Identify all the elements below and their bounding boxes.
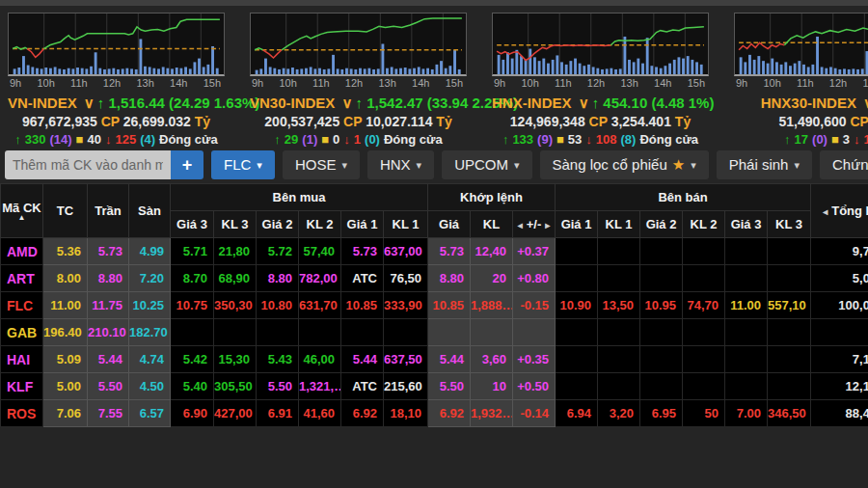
buy-kl2-cell[interactable]: 46,00 xyxy=(299,346,341,373)
buy-gia2-cell[interactable]: 6.91 xyxy=(257,400,299,427)
sort-asc-icon[interactable]: ▲ xyxy=(1,215,42,221)
buy-kl2-cell[interactable]: 57,40 xyxy=(299,238,341,265)
tab-upcom[interactable]: UPCOM▾ xyxy=(442,150,531,179)
buy-gia3-cell[interactable]: 10.75 xyxy=(171,292,214,319)
buy-kl1-cell[interactable]: 333,90 xyxy=(384,292,428,319)
match-change-cell[interactable] xyxy=(513,319,556,346)
ceiling-price-cell[interactable]: 8.80 xyxy=(88,265,129,292)
sell-gia1-cell[interactable] xyxy=(556,238,598,265)
buy-gia2-cell[interactable] xyxy=(257,319,299,346)
buy-kl2-cell[interactable] xyxy=(299,319,341,346)
add-ticker-button[interactable]: + xyxy=(171,150,203,179)
buy-kl3-cell[interactable]: 305,50 xyxy=(214,373,257,400)
ref-price-cell[interactable]: 5.09 xyxy=(43,346,88,373)
sell-kl2-cell[interactable]: 50 xyxy=(683,400,725,427)
total-kl-cell[interactable]: 100,08 xyxy=(811,292,868,319)
index-name[interactable]: HNX30-INDEX xyxy=(761,95,856,111)
ref-price-cell[interactable]: 5.00 xyxy=(43,373,88,400)
sell-gia2-cell[interactable] xyxy=(640,265,683,292)
index-name[interactable]: HNX-INDEX xyxy=(492,95,572,111)
floor-price-cell[interactable]: 10.25 xyxy=(129,292,171,319)
scroll-left-icon[interactable]: ◂ xyxy=(518,220,523,230)
match-kl-cell[interactable] xyxy=(471,319,513,346)
sell-kl1-cell[interactable] xyxy=(598,346,640,373)
buy-gia1-cell[interactable] xyxy=(341,319,384,346)
sell-gia3-cell[interactable]: 11.00 xyxy=(725,292,768,319)
buy-kl1-cell[interactable]: 76,50 xyxy=(384,265,428,292)
buy-gia1-cell[interactable]: ATC xyxy=(341,265,384,292)
scroll-left-icon[interactable]: ◂ xyxy=(823,206,827,217)
sell-gia2-cell[interactable]: 10.95 xyxy=(640,292,683,319)
match-change-cell[interactable]: +0.35 xyxy=(513,346,556,373)
sell-kl3-cell[interactable]: 557,10 xyxy=(768,292,811,319)
sell-kl2-cell[interactable] xyxy=(683,319,725,346)
col-header-change[interactable]: ◂+/-▸ xyxy=(513,211,556,238)
floor-price-cell[interactable]: 4.74 xyxy=(129,346,171,373)
ticker-cell[interactable]: GAB xyxy=(1,319,43,346)
buy-gia1-cell[interactable]: 5.44 xyxy=(341,346,384,373)
tab-hnx[interactable]: HNX▾ xyxy=(367,150,434,179)
buy-gia1-cell[interactable]: 10.85 xyxy=(341,292,384,319)
buy-kl3-cell[interactable]: 68,90 xyxy=(214,265,257,292)
sell-gia1-cell[interactable] xyxy=(556,265,598,292)
match-gia-cell[interactable]: 5.44 xyxy=(428,346,471,373)
buy-gia3-cell[interactable]: 5.40 xyxy=(171,373,214,400)
buy-kl2-cell[interactable]: 41,60 xyxy=(299,400,341,427)
ref-price-cell[interactable]: 11.00 xyxy=(43,292,88,319)
floor-price-cell[interactable]: 182.70 xyxy=(129,319,171,346)
sell-kl3-cell[interactable]: 346,50 xyxy=(768,400,811,427)
ceiling-price-cell[interactable]: 210.10 xyxy=(88,319,129,346)
buy-gia3-cell[interactable]: 6.90 xyxy=(171,400,214,427)
sell-gia3-cell[interactable] xyxy=(725,373,768,400)
chevron-down-icon[interactable]: ∨ xyxy=(80,95,95,111)
total-kl-cell[interactable]: 88,47 xyxy=(811,400,868,427)
tab-chứng-quyền[interactable]: Chứng quyền xyxy=(820,150,868,179)
floor-price-cell[interactable]: 4.50 xyxy=(129,373,171,400)
sell-kl1-cell[interactable]: 3,20 xyxy=(598,400,640,427)
buy-kl3-cell[interactable]: 350,30 xyxy=(214,292,257,319)
match-change-cell[interactable]: +0.50 xyxy=(513,373,556,400)
match-kl-cell[interactable]: 1,932… xyxy=(471,400,513,427)
match-gia-cell[interactable]: 10.85 xyxy=(428,292,471,319)
sell-kl1-cell[interactable]: 13,50 xyxy=(598,292,640,319)
buy-kl3-cell[interactable]: 21,80 xyxy=(214,238,257,265)
buy-gia3-cell[interactable]: 5.71 xyxy=(171,238,214,265)
sell-gia3-cell[interactable] xyxy=(725,346,768,373)
buy-gia2-cell[interactable]: 8.80 xyxy=(257,265,299,292)
sell-kl3-cell[interactable] xyxy=(768,346,811,373)
sell-gia1-cell[interactable] xyxy=(556,319,598,346)
chevron-down-icon[interactable]: ∨ xyxy=(338,95,352,111)
sell-gia3-cell[interactable]: 7.00 xyxy=(725,400,768,427)
sell-gia1-cell[interactable] xyxy=(556,373,598,400)
match-change-cell[interactable]: +0.80 xyxy=(513,265,556,292)
buy-gia1-cell[interactable]: 6.92 xyxy=(341,400,384,427)
ticker-cell[interactable]: AMD xyxy=(1,238,43,265)
match-change-cell[interactable]: -0.15 xyxy=(513,292,556,319)
total-kl-cell[interactable]: 5,05 xyxy=(811,265,868,292)
match-kl-cell[interactable]: 3,60 xyxy=(471,346,513,373)
sell-gia1-cell[interactable]: 10.90 xyxy=(556,292,598,319)
match-gia-cell[interactable]: 5.50 xyxy=(428,373,471,400)
sell-kl2-cell[interactable] xyxy=(683,238,725,265)
ceiling-price-cell[interactable]: 11.75 xyxy=(88,292,129,319)
floor-price-cell[interactable]: 7.20 xyxy=(129,265,171,292)
buy-kl2-cell[interactable]: 1,321,… xyxy=(299,373,341,400)
sell-gia3-cell[interactable] xyxy=(725,238,768,265)
ceiling-price-cell[interactable]: 5.50 xyxy=(88,373,129,400)
buy-gia3-cell[interactable]: 5.42 xyxy=(171,346,214,373)
ticker-cell[interactable]: KLF xyxy=(1,373,43,400)
buy-gia2-cell[interactable]: 5.50 xyxy=(257,373,299,400)
sell-kl3-cell[interactable] xyxy=(768,373,811,400)
sell-gia3-cell[interactable] xyxy=(725,319,768,346)
buy-gia1-cell[interactable]: 5.73 xyxy=(341,238,384,265)
tab-phái-sinh[interactable]: Phái sinh▾ xyxy=(717,150,812,179)
floor-price-cell[interactable]: 6.57 xyxy=(129,400,171,427)
match-kl-cell[interactable]: 1,888… xyxy=(471,292,513,319)
match-gia-cell[interactable] xyxy=(428,319,471,346)
match-kl-cell[interactable]: 20 xyxy=(471,265,513,292)
sell-kl3-cell[interactable] xyxy=(768,265,811,292)
total-kl-cell[interactable]: 12,19 xyxy=(811,373,868,400)
sell-gia2-cell[interactable] xyxy=(640,373,683,400)
buy-gia2-cell[interactable]: 5.43 xyxy=(257,346,299,373)
tab-sàng-lọc-cổ-phiếu[interactable]: Sàng lọc cổ phiếu★▾ xyxy=(540,150,709,179)
